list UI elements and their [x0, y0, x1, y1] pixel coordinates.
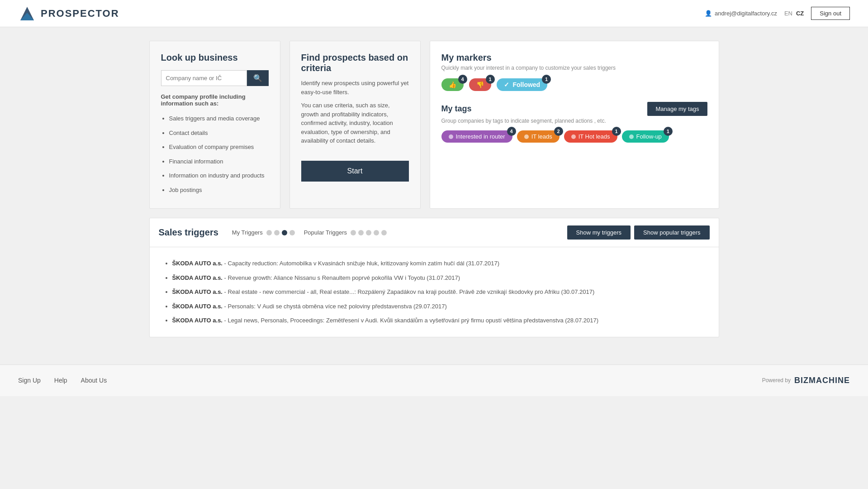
- popular-triggers-tabs: Popular Triggers: [304, 229, 387, 236]
- trigger-list-item: ŠKODA AUTO a.s. - Real estate - new comm…: [172, 285, 705, 299]
- popular-trigger-dot-2[interactable]: [358, 230, 364, 235]
- tag-label: IT Hot leads: [579, 133, 610, 140]
- tag-interested-in-router[interactable]: Interested in router 4: [441, 130, 512, 143]
- footer: Sign Up Help About Us Powered by BizMach…: [0, 364, 868, 396]
- search-row: 🔍: [161, 70, 269, 86]
- lookup-features-list: Sales triggers and media coverage Contac…: [161, 111, 269, 197]
- header: Prospector 👤 andrej@digitalfactory.cz EN…: [0, 0, 868, 27]
- header-right: 👤 andrej@digitalfactory.cz EN CZ Sign ou…: [705, 7, 850, 20]
- find-prospects-panel: Find prospects based on criteria Identif…: [289, 41, 421, 209]
- popular-trigger-dot-4[interactable]: [374, 230, 379, 235]
- lookup-panel: Look up business 🔍 Get company profile i…: [149, 41, 280, 209]
- my-triggers-label: My Triggers: [232, 229, 263, 236]
- tag-label: Interested in router: [456, 133, 505, 140]
- triggers-title: Sales triggers: [159, 227, 218, 238]
- lookup-title: Look up business: [161, 53, 269, 63]
- footer-about-link[interactable]: About Us: [81, 377, 107, 384]
- list-item: Information on industry and products: [169, 168, 269, 183]
- tag-count: 1: [664, 127, 673, 136]
- search-input[interactable]: [161, 70, 247, 86]
- logo-icon: [18, 5, 36, 23]
- footer-links: Sign Up Help About Us: [18, 377, 107, 384]
- trigger-company-name: ŠKODA AUTO a.s.: [172, 288, 223, 295]
- my-triggers-tabs: My Triggers: [232, 229, 295, 236]
- user-info: 👤 andrej@digitalfactory.cz: [705, 10, 777, 17]
- tag-label: Follow-up: [636, 133, 662, 140]
- tag-it-leads[interactable]: IT leads 2: [517, 130, 560, 143]
- tags-subtitle: Group companies by tags to indicate segm…: [441, 118, 707, 124]
- user-icon: 👤: [705, 10, 712, 17]
- triggers-buttons: Show my triggers Show popular triggers: [567, 225, 710, 240]
- popular-trigger-dot-3[interactable]: [366, 230, 371, 235]
- popular-triggers-label: Popular Triggers: [304, 229, 347, 236]
- sales-triggers-section: Sales triggers My Triggers Popular Trigg…: [149, 218, 719, 337]
- thumbs-up-badge[interactable]: 👍 4: [441, 78, 464, 91]
- my-trigger-dot-2[interactable]: [274, 230, 280, 235]
- list-item: Evaluation of company premises: [169, 140, 269, 154]
- start-button[interactable]: Start: [301, 161, 409, 182]
- tag-dot: [629, 134, 634, 139]
- my-trigger-dots: [266, 230, 295, 235]
- my-trigger-dot-4[interactable]: [289, 230, 295, 235]
- logo-text: Prospector: [41, 8, 119, 19]
- trigger-company-name: ŠKODA AUTO a.s.: [172, 260, 223, 267]
- tag-dot: [571, 134, 576, 139]
- popular-trigger-dot-5[interactable]: [381, 230, 387, 235]
- popular-trigger-dot-1[interactable]: [351, 230, 356, 235]
- tag-dot: [449, 134, 453, 139]
- list-item: Sales triggers and media coverage: [169, 111, 269, 126]
- thumbs-down-icon: 👎: [476, 81, 484, 88]
- triggers-header: Sales triggers My Triggers Popular Trigg…: [150, 218, 719, 247]
- show-popular-triggers-button[interactable]: Show popular triggers: [634, 225, 709, 240]
- search-button[interactable]: 🔍: [247, 70, 269, 86]
- tag-count: 4: [507, 127, 516, 136]
- tag-dot: [524, 134, 529, 139]
- trigger-text: - Revenue growth: Aliance Nissanu s Rena…: [224, 274, 460, 281]
- tags-header: My tags Manage my tags: [441, 102, 707, 116]
- trigger-list-item: ŠKODA AUTO a.s. - Personals: V Audi se c…: [172, 299, 705, 314]
- trigger-text: - Legal news, Personals, Proceedings: Ze…: [224, 317, 598, 324]
- markers-subtitle: Quickly mark your interest in a company …: [441, 65, 707, 71]
- trigger-text: - Capacity reduction: Automobilka v Kvas…: [224, 260, 499, 267]
- trigger-text: - Real estate - new commercial - all, Re…: [224, 288, 595, 295]
- trigger-company-name: ŠKODA AUTO a.s.: [172, 274, 223, 281]
- checkmark-icon: ✓: [504, 81, 509, 88]
- bizmachine-brand: BizMachine: [794, 376, 850, 385]
- list-item: Financial information: [169, 154, 269, 169]
- find-prospects-desc2: You can use criteria, such as size, grow…: [301, 101, 409, 145]
- tags-row: Interested in router 4 IT leads 2 IT Hot…: [441, 130, 707, 143]
- top-panels: Look up business 🔍 Get company profile i…: [149, 41, 719, 209]
- followed-label: Followed: [513, 81, 541, 88]
- thumbs-up-icon: 👍: [449, 81, 456, 88]
- footer-signup-link[interactable]: Sign Up: [18, 377, 41, 384]
- tags-title: My tags: [441, 104, 472, 114]
- manage-tags-button[interactable]: Manage my tags: [647, 102, 707, 116]
- tag-follow-up[interactable]: Follow-up 1: [622, 130, 669, 143]
- thumbs-up-count: 4: [458, 75, 467, 84]
- tag-count: 2: [554, 127, 563, 136]
- find-prospects-desc1: Identify new prospects using powerful ye…: [301, 79, 409, 96]
- markers-panel: My markers Quickly mark your interest in…: [430, 41, 719, 209]
- main-content: Look up business 🔍 Get company profile i…: [140, 41, 728, 337]
- tag-label: IT leads: [531, 133, 552, 140]
- followed-badge[interactable]: ✓ Followed 1: [497, 78, 548, 91]
- lang-cz[interactable]: CZ: [796, 10, 804, 17]
- lang-en[interactable]: EN: [784, 10, 792, 17]
- tag-it-hot-leads[interactable]: IT Hot leads 1: [564, 130, 617, 143]
- footer-powered: Powered by BizMachine: [762, 376, 850, 385]
- trigger-company-name: ŠKODA AUTO a.s.: [172, 317, 223, 324]
- triggers-list: ŠKODA AUTO a.s. - Capacity reduction: Au…: [150, 247, 719, 337]
- show-my-triggers-button[interactable]: Show my triggers: [567, 225, 631, 240]
- signout-button[interactable]: Sign out: [811, 7, 850, 20]
- lookup-info-text: Get company profile including informatio…: [161, 93, 269, 107]
- footer-help-link[interactable]: Help: [54, 377, 67, 384]
- my-trigger-dot-3[interactable]: [282, 230, 287, 235]
- thumbs-down-badge[interactable]: 👎 1: [469, 78, 491, 91]
- popular-trigger-dots: [351, 230, 387, 235]
- markers-title: My markers: [441, 53, 707, 63]
- trigger-list-item: ŠKODA AUTO a.s. - Capacity reduction: Au…: [172, 256, 705, 271]
- user-email: andrej@digitalfactory.cz: [715, 10, 777, 17]
- my-trigger-dot-1[interactable]: [266, 230, 272, 235]
- logo: Prospector: [18, 5, 119, 23]
- trigger-list-item: ŠKODA AUTO a.s. - Legal news, Personals,…: [172, 313, 705, 328]
